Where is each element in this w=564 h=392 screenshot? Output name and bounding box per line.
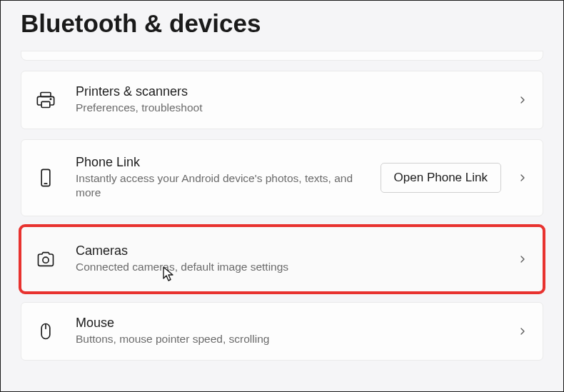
svg-rect-0 — [41, 92, 51, 96]
settings-item-subtitle: Connected cameras, default image setting… — [76, 260, 517, 275]
svg-point-5 — [43, 257, 49, 263]
settings-item-title: Phone Link — [76, 155, 381, 170]
settings-item-subtitle: Instantly access your Android device's p… — [76, 171, 381, 201]
mouse-icon — [36, 321, 56, 341]
camera-icon — [36, 249, 56, 269]
chevron-right-icon — [517, 94, 528, 106]
settings-item-subtitle: Buttons, mouse pointer speed, scrolling — [76, 332, 517, 347]
page-title: Bluetooth & devices — [21, 1, 543, 51]
settings-item-cameras[interactable]: Cameras Connected cameras, default image… — [21, 226, 543, 292]
settings-item-text: Cameras Connected cameras, default image… — [76, 243, 517, 275]
open-phone-link-button[interactable]: Open Phone Link — [381, 163, 501, 193]
chevron-right-icon — [517, 326, 528, 337]
settings-item-title: Printers & scanners — [76, 84, 517, 99]
settings-item-mouse[interactable]: Mouse Buttons, mouse pointer speed, scro… — [21, 302, 543, 361]
previous-card-edge — [21, 51, 543, 61]
chevron-right-icon — [517, 172, 528, 184]
phone-icon — [36, 168, 56, 188]
svg-point-2 — [50, 99, 51, 99]
settings-item-text: Phone Link Instantly access your Android… — [76, 155, 381, 201]
settings-item-subtitle: Preferences, troubleshoot — [76, 101, 517, 116]
settings-item-text: Printers & scanners Preferences, trouble… — [76, 84, 517, 116]
printer-icon — [36, 90, 56, 110]
settings-item-text: Mouse Buttons, mouse pointer speed, scro… — [76, 316, 517, 347]
settings-item-printers[interactable]: Printers & scanners Preferences, trouble… — [21, 71, 543, 129]
settings-item-title: Cameras — [76, 243, 517, 258]
settings-item-title: Mouse — [76, 316, 517, 331]
settings-item-phone-link[interactable]: Phone Link Instantly access your Android… — [21, 139, 543, 216]
chevron-right-icon — [517, 253, 528, 265]
svg-rect-1 — [41, 101, 50, 107]
